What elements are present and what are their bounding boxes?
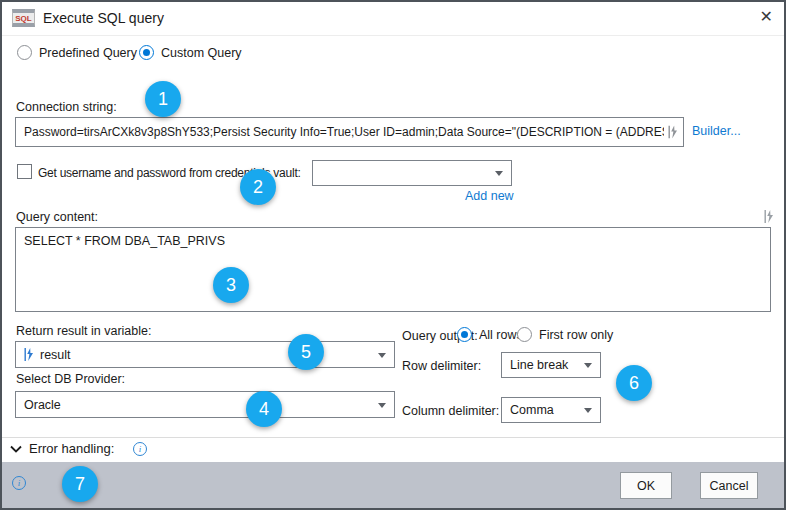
radio-first-row-only[interactable]: First row only (517, 327, 613, 342)
annotation-step-4: 4 (246, 391, 282, 427)
add-new-link[interactable]: Add new (465, 189, 514, 203)
query-content-field: SELECT * FROM DBA_TAB_PRIVS (15, 227, 771, 312)
annotation-step-6: 6 (616, 365, 652, 401)
annotation-step-2: 2 (240, 169, 276, 205)
title-bar: SQL Execute SQL query ✕ (0, 0, 786, 36)
query-content-label: Query content: (16, 210, 98, 224)
execute-sql-query-dialog: SQL Execute SQL query ✕ Predefined Query… (0, 0, 786, 510)
radio-circle (139, 45, 154, 60)
radio-circle (457, 327, 472, 342)
db-provider-value: Oracle (24, 398, 61, 412)
chevron-down-icon (378, 353, 386, 358)
column-delimiter-dropdown[interactable]: Comma (501, 397, 601, 423)
db-provider-dropdown[interactable]: Oracle (15, 391, 395, 418)
credentials-vault-checkbox[interactable] (17, 164, 32, 179)
row-delimiter-dropdown[interactable]: Line break (501, 352, 601, 378)
radio-label: First row only (539, 328, 613, 342)
radio-circle (517, 327, 532, 342)
sql-icon: SQL (12, 9, 35, 27)
connection-string-field (15, 117, 684, 147)
dialog-title: Execute SQL query (43, 10, 164, 26)
chevron-down-icon (584, 363, 592, 368)
radio-all-rows[interactable]: All rows (457, 327, 523, 342)
chevron-down-icon (584, 408, 592, 413)
annotation-step-5: 5 (288, 334, 324, 370)
chevron-down-icon (378, 403, 386, 408)
db-provider-label: Select DB Provider: (16, 372, 125, 386)
close-icon[interactable]: ✕ (760, 7, 773, 27)
result-variable-label: Return result in variable: (16, 324, 151, 338)
radio-circle (17, 45, 32, 60)
column-delimiter-label: Column delimiter: (402, 404, 499, 418)
radio-predefined-query[interactable]: Predefined Query (17, 45, 137, 60)
cancel-button[interactable]: Cancel (700, 472, 758, 499)
row-delimiter-value: Line break (510, 358, 568, 372)
connection-string-label: Connection string: (16, 100, 117, 114)
radio-custom-query[interactable]: Custom Query (139, 45, 242, 60)
error-handling-info-icon[interactable]: i (133, 442, 147, 456)
result-variable-value: result (40, 348, 71, 362)
footer-info-icon[interactable]: i (12, 476, 26, 490)
chevron-down-icon (495, 171, 503, 176)
radio-label: Predefined Query (39, 46, 137, 60)
variable-bolt-icon[interactable] (666, 125, 680, 140)
annotation-step-1: 1 (145, 81, 181, 117)
connection-string-input[interactable] (16, 118, 664, 146)
row-delimiter-label: Row delimiter: (402, 359, 481, 373)
ok-button[interactable]: OK (620, 472, 672, 499)
column-delimiter-value: Comma (510, 403, 554, 417)
query-content-textarea[interactable]: SELECT * FROM DBA_TAB_PRIVS (16, 228, 770, 311)
builder-link[interactable]: Builder... (692, 124, 741, 138)
error-handling-chevron-icon[interactable] (10, 445, 22, 453)
error-handling-label[interactable]: Error handling: (29, 441, 114, 456)
variable-bolt-icon (24, 348, 34, 361)
credentials-vault-dropdown[interactable] (312, 160, 512, 186)
variable-bolt-icon[interactable] (764, 210, 774, 223)
result-variable-dropdown[interactable]: result (15, 341, 395, 368)
radio-label: Custom Query (161, 46, 242, 60)
annotation-step-7: 7 (62, 466, 98, 502)
footer-bar: i OK Cancel (0, 462, 786, 510)
annotation-step-3: 3 (213, 267, 249, 303)
section-divider (0, 437, 786, 438)
